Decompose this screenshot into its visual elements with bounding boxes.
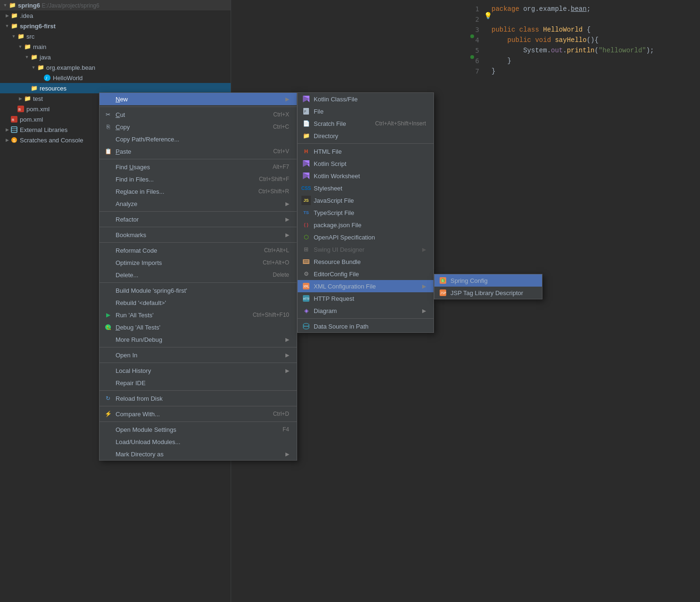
menu-label-kotlin-class: Kotlin Class/File xyxy=(314,96,426,103)
new-datasource[interactable]: Data Source in Path xyxy=(298,320,433,332)
menu-item-find-usages[interactable]: Find Usages Alt+F7 xyxy=(100,161,297,173)
svg-rect-23 xyxy=(303,259,309,264)
new-editorconfig[interactable]: ⚙ EditorConfig File xyxy=(298,268,433,280)
shortcut-paste: Ctrl+V xyxy=(273,148,289,155)
menu-item-local-history[interactable]: Local History ▶ xyxy=(100,364,297,377)
menu-item-refactor[interactable]: Refactor ▶ xyxy=(100,213,297,225)
new-http-request[interactable]: HTTP HTTP Request xyxy=(298,292,433,305)
separator-10 xyxy=(100,406,297,406)
bookmarks-arrow: ▶ xyxy=(285,232,289,238)
menu-item-replace-in-files[interactable]: Replace in Files... Ctrl+Shift+R xyxy=(100,185,297,198)
arrow-main: ▼ xyxy=(17,43,24,50)
menu-label-find-usages: Find Usages xyxy=(116,164,273,171)
new-resource-bundle[interactable]: Resource Bundle xyxy=(298,256,433,268)
menu-item-module-settings[interactable]: Open Module Settings F4 xyxy=(100,423,297,436)
more-run-icon xyxy=(103,335,113,344)
menu-item-open-in[interactable]: Open In ▶ xyxy=(100,349,297,361)
svg-rect-6 xyxy=(11,127,17,132)
new-openapi[interactable]: ⬡ OpenAPI Specification xyxy=(298,231,433,243)
new-directory[interactable]: 📁 Directory xyxy=(298,130,433,142)
tree-item-src[interactable]: ▼ 📁 src xyxy=(0,31,231,41)
openapi-icon: ⬡ xyxy=(301,232,311,242)
menu-item-analyze[interactable]: Analyze ▶ xyxy=(100,198,297,210)
tree-item-resources[interactable]: 📁 resources xyxy=(0,83,231,93)
menu-item-find-in-files[interactable]: Find in Files... Ctrl+Shift+F xyxy=(100,173,297,185)
menu-item-reload[interactable]: ↻ Reload from Disk xyxy=(100,392,297,404)
new-xml-config[interactable]: XML XML Configuration File ▶ xyxy=(298,280,433,292)
menu-label-swing: Swing UI Designer xyxy=(314,246,418,253)
new-swing[interactable]: ⊞ Swing UI Designer ▶ xyxy=(298,243,433,256)
module-settings-icon xyxy=(103,425,113,434)
ts-icon: TS xyxy=(301,208,311,217)
tree-item-java[interactable]: ▼ 📁 java xyxy=(0,52,231,62)
menu-label-datasource: Data Source in Path xyxy=(314,323,426,330)
tree-item-spring6-first[interactable]: ▼ 📁 spring6-first xyxy=(0,21,231,31)
menu-label-repair-ide: Repair IDE xyxy=(116,379,289,387)
menu-item-debug-tests[interactable]: 🐛 Debug 'All Tests' xyxy=(100,321,297,333)
menu-item-reformat[interactable]: Reformat Code Ctrl+Alt+L xyxy=(100,244,297,256)
shortcut-compare-with: Ctrl+D xyxy=(273,411,289,417)
shortcut-delete: Delete xyxy=(273,272,289,278)
code-editor[interactable]: package org.example.bean; public class H… xyxy=(484,0,700,80)
new-scratch-file[interactable]: 📄 Scratch File Ctrl+Alt+Shift+Insert xyxy=(298,117,433,130)
menu-item-copy-path[interactable]: Copy Path/Reference... xyxy=(100,133,297,145)
menu-item-more-run[interactable]: More Run/Debug ▶ xyxy=(100,333,297,346)
menu-item-delete[interactable]: Delete... Delete xyxy=(100,269,297,281)
new-stylesheet[interactable]: CSS Stylesheet xyxy=(298,182,433,194)
new-package-json[interactable]: { } package.json File xyxy=(298,219,433,231)
gutter-marker-3 xyxy=(469,31,475,41)
tree-item-helloworld[interactable]: J HelloWorld xyxy=(0,73,231,83)
separator-7 xyxy=(100,347,297,347)
menu-item-compare-with[interactable]: ⚡ Compare With... Ctrl+D xyxy=(100,408,297,420)
menu-label-bookmarks: Bookmarks xyxy=(116,231,282,239)
menu-item-run-tests[interactable]: ▶ Run 'All Tests' Ctrl+Shift+F10 xyxy=(100,309,297,321)
menu-label-paste: Paste xyxy=(116,148,273,155)
menu-item-paste[interactable]: 📋 Paste Ctrl+V xyxy=(100,145,297,157)
svg-text:🐛: 🐛 xyxy=(106,325,111,330)
new-ts-file[interactable]: TS TypeScript File xyxy=(298,206,433,219)
menu-label-kotlin-worksheet: Kotlin Worksheet xyxy=(314,173,426,180)
resources-icon: 📁 xyxy=(30,84,38,92)
arrow-package: ▼ xyxy=(30,64,37,71)
new-kotlin-worksheet[interactable]: Kotlin Worksheet xyxy=(298,170,433,182)
tree-item-main[interactable]: ▼ 📁 main xyxy=(0,41,231,52)
new-file[interactable]: F File xyxy=(298,105,433,117)
new-diagram[interactable]: ◈ Diagram ▶ xyxy=(298,305,433,317)
menu-label-optimize-imports: Optimize Imports xyxy=(116,259,263,266)
copy-path-icon xyxy=(103,134,113,144)
xml-jsp-tag[interactable]: JSP JSP Tag Library Descriptor xyxy=(434,287,542,299)
tree-item-package[interactable]: ▼ 📁 org.example.bean xyxy=(0,62,231,73)
menu-item-rebuild[interactable]: Rebuild '<default>' xyxy=(100,297,297,309)
menu-item-optimize-imports[interactable]: Optimize Imports Ctrl+Alt+O xyxy=(100,256,297,269)
shortcut-reformat: Ctrl+Alt+L xyxy=(264,247,289,254)
new-kotlin-script[interactable]: Kotlin Script xyxy=(298,157,433,170)
menu-item-build-module[interactable]: Build Module 'spring6-first' xyxy=(100,284,297,297)
tree-item-idea[interactable]: ▶ 📁 .idea xyxy=(0,10,231,21)
menu-item-bookmarks[interactable]: Bookmarks ▶ xyxy=(100,229,297,241)
menu-item-cut[interactable]: ✂ Cut Ctrl+X xyxy=(100,108,297,121)
rebuild-icon xyxy=(103,298,113,307)
menu-label-local-history: Local History xyxy=(116,367,282,374)
spring-config-icon: S xyxy=(438,276,448,285)
package-json-icon: { } xyxy=(301,220,311,230)
new-html-file[interactable]: H HTML File xyxy=(298,145,433,157)
repair-ide-icon xyxy=(103,378,113,388)
menu-item-load-unload[interactable]: Load/Unload Modules... xyxy=(100,436,297,448)
menu-item-repair-ide[interactable]: Repair IDE xyxy=(100,377,297,389)
menu-item-new[interactable]: New ▶ xyxy=(100,93,297,105)
shortcut-run-tests: Ctrl+Shift+F10 xyxy=(253,312,289,318)
menu-item-copy[interactable]: ⎘ Copy Ctrl+C xyxy=(100,121,297,133)
new-kotlin-class[interactable]: Kotlin Class/File xyxy=(298,93,433,105)
new-js-file[interactable]: JS JavaScript File xyxy=(298,194,433,206)
resource-bundle-icon xyxy=(301,257,311,266)
compare-with-icon: ⚡ xyxy=(103,409,113,419)
svg-text:F: F xyxy=(304,110,306,113)
tree-item-spring6[interactable]: ▼ 📁 spring6 E:/Java/project/spring6 xyxy=(0,0,231,10)
svg-point-12 xyxy=(470,55,474,59)
menu-item-mark-dir[interactable]: Mark Directory as ▶ xyxy=(100,448,297,460)
menu-label-analyze: Analyze xyxy=(116,200,282,207)
menu-label-reload: Reload from Disk xyxy=(116,395,289,402)
replace-in-files-icon xyxy=(103,187,113,196)
xml-spring-config[interactable]: S Spring Config xyxy=(434,274,542,287)
svg-point-11 xyxy=(470,34,474,38)
